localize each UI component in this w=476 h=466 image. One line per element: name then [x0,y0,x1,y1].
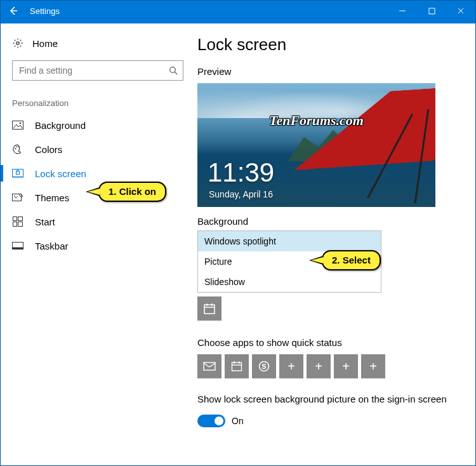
svg-point-2 [170,67,176,73]
preview-label: Preview [197,66,475,77]
sidebar-item-label: Background [35,120,86,131]
toggle-state-label: On [232,416,244,426]
svg-rect-13 [18,217,23,221]
sidebar-item-label: Taskbar [35,241,69,251]
dropdown-option-slideshow[interactable]: Slideshow [198,272,381,292]
preview-date: Sunday, April 16 [209,189,273,199]
start-icon [12,216,23,227]
svg-point-6 [17,146,18,147]
svg-point-4 [20,123,22,124]
minimize-icon [399,7,406,15]
search-icon [169,66,178,75]
plus-icon: + [288,359,295,374]
preview-time: 11:39 [208,157,274,188]
background-label: Background [197,216,475,227]
signin-bg-label: Show lock screen background picture on t… [197,394,475,404]
sidebar-item-start[interactable]: Start [1,210,191,234]
back-button[interactable] [1,1,26,21]
arrow-left-icon [8,5,19,17]
svg-rect-17 [13,248,23,250]
minimize-button[interactable] [388,1,417,21]
close-button[interactable] [446,1,475,21]
page-title: Lock screen [197,35,475,55]
search-field[interactable] [18,65,169,76]
home-nav[interactable]: Home [1,32,191,54]
svg-point-7 [18,147,20,148]
main-pane: Lock screen Preview TenForums.com 11:39 … [191,23,475,465]
svg-rect-10 [17,171,20,175]
themes-icon [12,192,23,203]
sidebar-item-label: Lock screen [35,168,86,179]
lock-screen-icon [12,168,23,179]
sidebar-item-label: Colors [35,144,62,155]
taskbar-icon [12,240,23,251]
plus-icon: + [315,359,322,374]
svg-rect-14 [13,222,17,227]
svg-rect-9 [13,177,23,178]
dropdown-option-spotlight[interactable]: Windows spotlight [198,231,381,251]
skype-icon: S [258,360,270,373]
sidebar-item-colors[interactable]: Colors [1,137,191,161]
svg-point-5 [15,148,17,149]
watermark-text: TenForums.com [197,112,435,129]
close-icon [457,7,465,15]
search-input[interactable] [12,60,183,81]
svg-rect-3 [13,121,23,130]
gear-icon [12,37,23,49]
quick-status-label: Choose apps to show quick status [197,337,475,348]
svg-point-1 [17,42,19,44]
picture-icon [12,119,23,131]
quick-status-add-2[interactable]: + [307,354,331,378]
signin-bg-toggle[interactable] [197,415,225,427]
svg-rect-8 [13,170,23,177]
sidebar-item-taskbar[interactable]: Taskbar [1,234,191,258]
maximize-button[interactable] [417,1,446,21]
calendar-icon [231,361,242,372]
mail-icon [203,362,216,371]
svg-rect-0 [429,8,435,14]
quick-status-add-4[interactable]: + [361,354,385,378]
quick-status-add-1[interactable]: + [279,354,303,378]
lock-screen-preview: TenForums.com 11:39 Sunday, April 16 [197,83,435,207]
sidebar-item-lock-screen[interactable]: Lock screen [1,161,191,185]
svg-rect-15 [18,222,23,227]
sidebar: Home Personalization Background Colors L… [1,23,191,465]
svg-rect-19 [204,363,215,370]
plus-icon: + [342,359,350,374]
svg-rect-20 [232,363,242,371]
sidebar-item-label: Start [35,216,55,227]
quick-status-skype[interactable]: S [252,354,276,378]
annotation-step1: 1. Click on [98,182,166,202]
maximize-icon [428,8,435,15]
calendar-icon [203,302,216,315]
annotation-step2: 2. Select [322,250,381,270]
calendar-tile[interactable] [197,296,221,321]
svg-rect-18 [204,305,215,314]
quick-status-mail[interactable] [197,354,221,378]
palette-icon [12,143,23,155]
plus-icon: + [369,359,377,374]
sidebar-item-background[interactable]: Background [1,113,191,137]
svg-text:S: S [261,363,266,370]
home-label: Home [32,38,58,49]
titlebar: Settings [1,1,475,21]
quick-status-add-3[interactable]: + [334,354,358,378]
sidebar-section-label: Personalization [1,83,191,113]
sidebar-item-label: Themes [35,192,69,203]
window-title: Settings [26,6,60,16]
quick-status-calendar[interactable] [225,354,249,378]
svg-rect-12 [13,217,17,221]
